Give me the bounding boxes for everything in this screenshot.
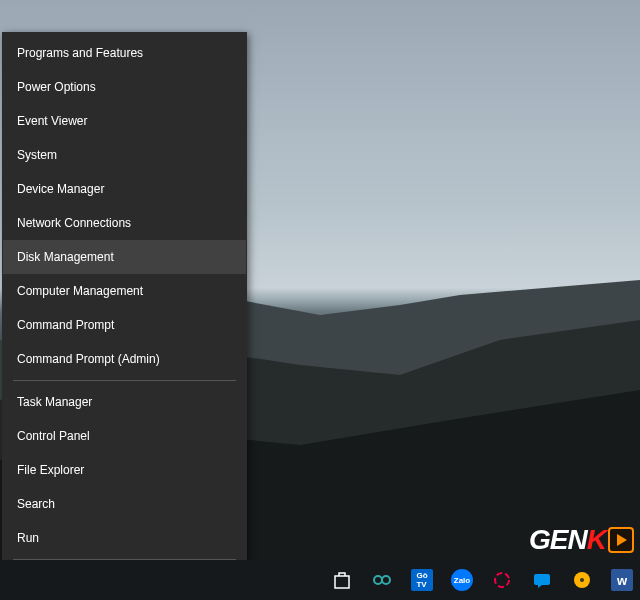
- menu-run[interactable]: Run: [3, 521, 246, 555]
- menu-item-label: Control Panel: [17, 429, 90, 443]
- menu-programs-features[interactable]: Programs and Features: [3, 36, 246, 70]
- coccoc-icon[interactable]: [366, 564, 398, 596]
- gotv-icon[interactable]: GôTV: [406, 564, 438, 596]
- menu-computer-management[interactable]: Computer Management: [3, 274, 246, 308]
- winx-context-menu: Programs and FeaturesPower OptionsEvent …: [2, 32, 247, 600]
- menu-item-label: Task Manager: [17, 395, 92, 409]
- menu-event-viewer[interactable]: Event Viewer: [3, 104, 246, 138]
- menu-item-label: Device Manager: [17, 182, 104, 196]
- menu-file-explorer[interactable]: File Explorer: [3, 453, 246, 487]
- play-icon: [608, 527, 634, 553]
- svg-rect-4: [534, 574, 550, 585]
- menu-item-label: Computer Management: [17, 284, 143, 298]
- menu-task-manager[interactable]: Task Manager: [3, 385, 246, 419]
- menu-power-options[interactable]: Power Options: [3, 70, 246, 104]
- chat-icon[interactable]: [526, 564, 558, 596]
- menu-item-label: Network Connections: [17, 216, 131, 230]
- menu-control-panel[interactable]: Control Panel: [3, 419, 246, 453]
- menu-item-label: Programs and Features: [17, 46, 143, 60]
- menu-command-prompt-admin[interactable]: Command Prompt (Admin): [3, 342, 246, 376]
- svg-point-1: [374, 576, 382, 584]
- watermark-text-2: K: [587, 524, 606, 556]
- svg-point-3: [495, 573, 509, 587]
- word-icon[interactable]: w: [606, 564, 638, 596]
- menu-item-label: Command Prompt (Admin): [17, 352, 160, 366]
- svg-point-6: [580, 578, 584, 582]
- menu-item-label: Search: [17, 497, 55, 511]
- svg-point-2: [382, 576, 390, 584]
- menu-network-connections[interactable]: Network Connections: [3, 206, 246, 240]
- menu-item-label: Disk Management: [17, 250, 114, 264]
- menu-item-label: Command Prompt: [17, 318, 114, 332]
- menu-disk-management[interactable]: Disk Management: [3, 240, 246, 274]
- menu-command-prompt[interactable]: Command Prompt: [3, 308, 246, 342]
- svg-rect-0: [335, 576, 349, 588]
- menu-device-manager[interactable]: Device Manager: [3, 172, 246, 206]
- menu-separator: [13, 380, 236, 381]
- watermark-text-1: GEN: [529, 524, 587, 556]
- disc-icon[interactable]: [566, 564, 598, 596]
- store-icon[interactable]: [326, 564, 358, 596]
- menu-item-label: File Explorer: [17, 463, 84, 477]
- taskbar: GôTVZalow: [0, 560, 640, 600]
- menu-item-label: System: [17, 148, 57, 162]
- menu-system[interactable]: System: [3, 138, 246, 172]
- zalo-icon[interactable]: Zalo: [446, 564, 478, 596]
- circle-app-icon[interactable]: [486, 564, 518, 596]
- menu-item-label: Run: [17, 531, 39, 545]
- menu-search[interactable]: Search: [3, 487, 246, 521]
- menu-item-label: Power Options: [17, 80, 96, 94]
- menu-item-label: Event Viewer: [17, 114, 87, 128]
- watermark-logo: GENK: [529, 524, 634, 556]
